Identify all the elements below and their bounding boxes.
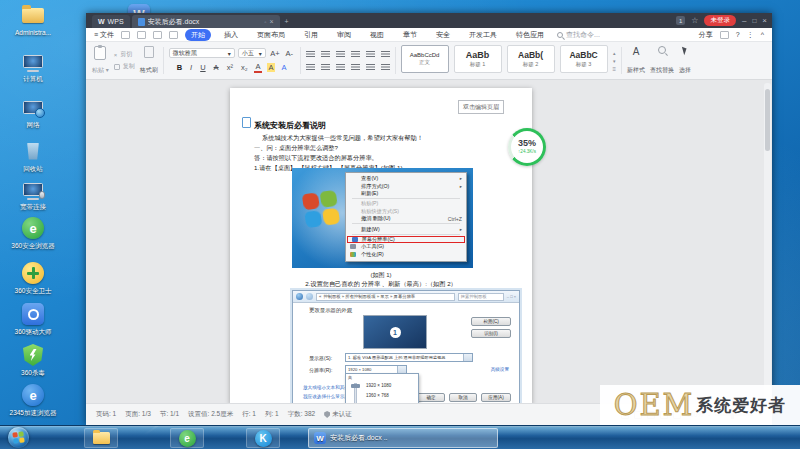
favorite-star-icon[interactable]: ☆ — [691, 16, 698, 25]
vertical-scrollbar[interactable] — [764, 83, 771, 400]
align-left-icon[interactable] — [306, 63, 315, 71]
format-painter-button[interactable]: 格式刷 — [140, 45, 158, 76]
strikethrough-button[interactable]: A — [212, 63, 220, 72]
taskbar-wps-document[interactable]: W 安装后必看.docx .. — [308, 428, 498, 448]
highlight-button[interactable]: A — [267, 63, 275, 72]
outdent-icon[interactable] — [336, 50, 345, 58]
save-icon[interactable] — [121, 31, 130, 39]
status-word-count[interactable]: 字数: 382 — [288, 410, 315, 419]
shading-icon[interactable] — [381, 63, 390, 71]
find-replace-button[interactable]: 查找替换 — [650, 45, 674, 76]
cancel-button: 取消 — [449, 393, 477, 402]
font-color-button[interactable]: A — [254, 62, 262, 73]
workspace-icon[interactable]: 1 — [676, 16, 685, 25]
desktop-icon-360-browser[interactable]: e 360安全浏览器 — [4, 216, 62, 250]
desktop-icon-computer[interactable]: 计算机 — [4, 49, 62, 83]
login-button[interactable]: 未登录 — [704, 15, 736, 26]
taskbar-360-browser[interactable]: e — [170, 428, 204, 448]
text-effects-button[interactable]: A — [280, 63, 288, 72]
edit-header-button[interactable]: 双击编辑页眉 — [458, 100, 504, 114]
ctx-item-new: 新建(W)▸ — [346, 225, 466, 232]
new-tab-button[interactable]: + — [280, 15, 294, 28]
style-heading2[interactable]: AaBb( 标题 2 — [507, 45, 555, 73]
command-search[interactable]: 查找命令... — [557, 30, 600, 40]
cut-button[interactable]: ×剪切 — [114, 50, 133, 59]
undo-icon[interactable] — [153, 31, 162, 39]
embedded-image-context-menu[interactable]: 查看(V)▸ 排序方式(O)▸ 刷新(E) 粘贴(P) 粘贴快捷方式(S) 撤消… — [292, 168, 473, 268]
menu-tab-developer[interactable]: 开发工具 — [463, 29, 503, 41]
bullet-list-icon[interactable] — [306, 50, 315, 58]
menu-tab-section[interactable]: 章节 — [397, 29, 423, 41]
indent-icon[interactable] — [351, 50, 360, 58]
doc-paragraph[interactable]: 系统城技术为大家提供一些常见问题，希望对大家有帮助！ — [262, 134, 423, 143]
doc-paragraph[interactable]: 答：请按照以下流程更改适合的屏幕分辨率。 — [254, 154, 378, 163]
scrollbar-thumb[interactable] — [765, 89, 770, 151]
menu-tab-layout[interactable]: 页面布局 — [251, 29, 291, 41]
numbered-list-icon[interactable] — [321, 50, 330, 58]
more-icon[interactable]: ⋮ — [747, 31, 754, 39]
style-gallery-scroll[interactable]: ▴▾≡ — [613, 45, 617, 76]
desktop-icon-360-driver[interactable]: 360驱动大师 — [4, 302, 62, 336]
sort-icon[interactable] — [366, 50, 375, 58]
desktop-icon-administrator[interactable]: Administra... — [4, 3, 62, 37]
desktop-icon-2345-browser[interactable]: e 2345加速浏览器 — [4, 383, 62, 417]
menu-tab-view[interactable]: 视图 — [364, 29, 390, 41]
style-heading1[interactable]: AaBb 标题 1 — [454, 45, 502, 73]
paste-button[interactable]: 粘贴 ▾ — [92, 45, 109, 76]
align-center-icon[interactable] — [321, 63, 330, 71]
pin-icon[interactable]: ◦ — [264, 19, 266, 25]
new-style-button[interactable]: A 新样式 — [627, 45, 645, 76]
tab-close-icon[interactable]: × — [269, 18, 273, 25]
share-button[interactable]: 分享 — [699, 30, 713, 40]
font-name-select[interactable]: 微软雅黑▾ — [169, 48, 235, 58]
taskbar-kugou[interactable]: K — [246, 428, 280, 448]
doc-paragraph[interactable]: 一、问：桌面分辨率怎么调整? — [254, 144, 338, 153]
bold-button[interactable]: B — [175, 63, 183, 72]
superscript-button[interactable]: x² — [225, 63, 234, 72]
desktop-icon-360-antivirus[interactable]: 360杀毒 — [4, 343, 62, 377]
style-heading3[interactable]: AaBbC 标题 3 — [560, 45, 608, 73]
italic-button[interactable]: I — [189, 63, 194, 72]
cloud-sync-badge[interactable]: 35% ↑24.3K/s — [508, 128, 546, 166]
copy-button[interactable]: 复制 — [114, 62, 135, 71]
menu-tab-review[interactable]: 审阅 — [331, 29, 357, 41]
collapse-ribbon-icon[interactable]: ^ — [761, 31, 764, 38]
align-right-icon[interactable] — [336, 63, 345, 71]
menu-tab-security[interactable]: 安全 — [430, 29, 456, 41]
embedded-image-resolution-dialog[interactable]: «控制面板 » 所有控制面板项 » 显示 » 屏幕分辨率 搜索控制面板 – □ … — [292, 290, 520, 403]
close-button[interactable]: × — [762, 16, 767, 25]
menu-tab-home[interactable]: 开始 — [185, 29, 211, 41]
style-normal[interactable]: AaBbCcDd 正文 — [401, 45, 449, 73]
shrink-font-button[interactable]: A- — [284, 49, 295, 58]
print-icon[interactable] — [137, 31, 146, 39]
font-size-select[interactable]: 小五▾ — [238, 48, 266, 58]
collaborate-icon[interactable] — [720, 31, 729, 39]
document-page[interactable]: 双击编辑页眉 系统安装后必看说明 系统城技术为大家提供一些常见问题，希望对大家有… — [230, 88, 532, 403]
justify-icon[interactable] — [351, 63, 360, 71]
start-button[interactable] — [8, 427, 29, 448]
doc-paragraph[interactable]: 2.设置您自己喜欢的 分辨率 、刷新（最高）:（如图 2） — [230, 280, 532, 289]
select-button[interactable]: 选择 — [679, 45, 691, 76]
redo-icon[interactable] — [169, 31, 178, 39]
desktop-icon-broadband[interactable]: 宽带连接 — [4, 177, 62, 211]
desktop-icon-network[interactable]: 网络 — [4, 95, 62, 129]
menu-tab-insert[interactable]: 插入 — [218, 29, 244, 41]
tab-document[interactable]: 安装后必看.docx ◦ × — [132, 15, 280, 28]
desktop-icon-360-safe[interactable]: 360安全卫士 — [4, 261, 62, 295]
file-menu[interactable]: ≡ 文件 — [94, 30, 114, 40]
line-spacing-icon[interactable] — [366, 63, 375, 71]
grow-font-button[interactable]: A+ — [269, 49, 281, 58]
underline-button[interactable]: U — [199, 63, 207, 72]
menu-tab-special-apps[interactable]: 特色应用 — [510, 29, 550, 41]
taskbar-explorer[interactable] — [84, 428, 118, 448]
doc-title[interactable]: 系统安装后必看说明 — [254, 120, 326, 131]
help-icon[interactable]: ? — [736, 31, 740, 38]
tab-wps-home[interactable]: W WPS — [92, 15, 130, 28]
paragraph-tool-icon[interactable] — [242, 117, 251, 128]
subscript-button[interactable]: x₂ — [239, 63, 249, 72]
minimize-button[interactable]: – — [742, 16, 746, 25]
maximize-button[interactable]: □ — [752, 17, 756, 24]
show-marks-icon[interactable] — [381, 50, 390, 58]
desktop-icon-recycle-bin[interactable]: 回收站 — [4, 139, 62, 173]
menu-tab-references[interactable]: 引用 — [298, 29, 324, 41]
